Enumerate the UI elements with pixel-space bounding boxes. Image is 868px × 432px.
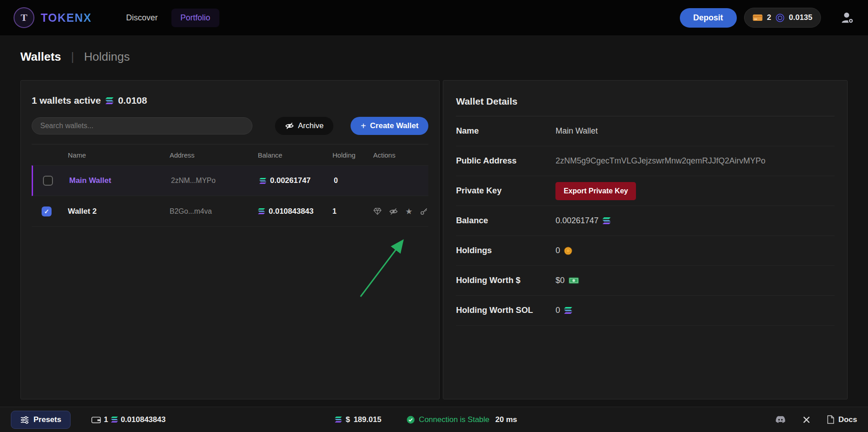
detail-row-public-address: Public Address 2zNM5g9CgecTmVLGJejzswrMn…	[456, 146, 835, 176]
connection-status: Connection is Stable 20 ms	[407, 415, 517, 424]
balance-pill[interactable]: 2 0.0135	[744, 8, 821, 28]
wallet-balance: 0.00261747	[270, 176, 311, 185]
tab-separator: |	[71, 50, 74, 64]
sol-icon	[564, 307, 572, 314]
create-wallet-button[interactable]: + Create Wallet	[351, 117, 428, 135]
top-nav: Discover Portfolio	[117, 9, 219, 27]
wallets-summary: 1 wallets active 0.0108	[32, 91, 428, 109]
latency: 20 ms	[495, 415, 517, 424]
export-private-key-button[interactable]: Export Private Key	[555, 182, 636, 200]
document-icon	[827, 415, 834, 424]
sol-icon	[259, 178, 266, 184]
deposit-button[interactable]: Deposit	[680, 8, 737, 28]
detail-row-private-key: Private Key Export Private Key	[456, 176, 835, 206]
wallet-holding: 0	[334, 177, 375, 185]
sol-icon	[105, 97, 114, 104]
detail-value-name: Main Wallet	[555, 126, 835, 136]
wallet-address: B2Go...m4va	[170, 207, 258, 216]
tab-wallets[interactable]: Wallets	[20, 50, 61, 64]
wallets-active-sol: 0.0108	[118, 95, 147, 106]
top-bar: T TOKENX Discover Portfolio Deposit 2 0.…	[0, 0, 868, 35]
brand-name: TOKENX	[41, 11, 92, 24]
detail-row-holding-worth-usd: Holding Worth $ $0	[456, 266, 835, 296]
sol-icon	[258, 208, 265, 214]
presets-sliders-icon	[20, 416, 29, 424]
page-tabs: Wallets | Holdings	[20, 50, 848, 64]
nav-portfolio[interactable]: Portfolio	[171, 9, 219, 27]
detail-value-worth-sol: 0	[555, 306, 560, 315]
sol-icon	[335, 417, 342, 422]
sol-price: $ 189.015	[335, 415, 381, 424]
detail-row-holdings: Holdings 0	[456, 236, 835, 266]
presets-button[interactable]: Presets	[11, 411, 71, 429]
wallet-checkbox[interactable]: ✓	[42, 206, 52, 216]
search-wallets-input[interactable]	[32, 117, 252, 134]
col-actions: Actions	[373, 151, 428, 159]
wallet-address: 2zNM...MYPo	[171, 177, 259, 185]
brand-logo[interactable]: T	[14, 7, 34, 28]
footer-links: Docs	[775, 415, 857, 424]
presets-label: Presets	[33, 415, 61, 424]
detail-value-worth-usd: $0	[555, 276, 564, 285]
col-name: Name	[68, 151, 170, 159]
card-icon	[753, 14, 763, 21]
x-twitter-icon[interactable]	[803, 416, 810, 423]
portfolio-page: Wallets | Holdings 1 wallets active 0.01…	[0, 50, 868, 399]
wallet-name: Wallet 2	[68, 207, 170, 216]
export-key-icon[interactable]	[420, 207, 428, 216]
wallets-panel: 1 wallets active 0.0108 Archive	[20, 80, 440, 399]
price-value: 189.015	[354, 415, 381, 424]
status-bar: Presets 1 0.010843843 $ 189.015 Connecti…	[0, 407, 868, 432]
account-settings-icon[interactable]	[840, 11, 854, 24]
detail-row-name: Name Main Wallet	[456, 116, 835, 146]
wallet-details-panel: Wallet Details Name Main Wallet Public A…	[443, 80, 848, 399]
discord-icon[interactable]	[775, 416, 786, 424]
wallets-active-count: 1 wallets active	[32, 95, 101, 106]
gem-icon[interactable]	[373, 207, 382, 216]
tab-holdings[interactable]: Holdings	[84, 50, 130, 64]
detail-row-balance: Balance 0.00261747	[456, 206, 835, 236]
detail-label: Holdings	[456, 245, 555, 256]
col-address: Address	[170, 151, 258, 159]
wallet-holding: 1	[332, 207, 373, 216]
wallets-controls: Archive + Create Wallet	[32, 117, 428, 135]
panels: 1 wallets active 0.0108 Archive	[20, 80, 848, 399]
wallet-row-wallet-2[interactable]: ✓ Wallet 2 B2Go...m4va 0.010843843 1	[32, 196, 428, 227]
price-currency: $	[346, 415, 350, 424]
col-balance: Balance	[258, 151, 332, 159]
money-icon	[569, 277, 579, 284]
detail-label: Holding Worth $	[456, 275, 555, 286]
wallet-checkbox[interactable]	[43, 176, 53, 186]
create-wallet-label: Create Wallet	[370, 121, 418, 130]
favorite-star-icon[interactable]: ★	[405, 207, 413, 216]
wallet-icon	[91, 416, 101, 424]
hide-wallet-eye-off-icon[interactable]	[389, 207, 398, 216]
detail-label: Private Key	[456, 185, 555, 197]
footer-wallet-sol: 0.010843843	[121, 415, 166, 424]
sol-icon	[111, 417, 118, 422]
footer-wallet-stat: 1 0.010843843	[91, 415, 166, 424]
sol-icon	[602, 217, 611, 224]
wallet-row-main-wallet[interactable]: Main Wallet 2zNM...MYPo 0.00261747 0	[32, 165, 428, 196]
nav-discover[interactable]: Discover	[117, 9, 167, 27]
archive-label: Archive	[298, 121, 324, 130]
coin-icon	[564, 247, 572, 255]
token-coin-icon	[776, 14, 784, 22]
plus-icon: +	[360, 121, 366, 130]
pill-sol-amount: 0.0135	[789, 13, 812, 22]
detail-value-holdings: 0	[555, 246, 560, 255]
detail-label: Name	[456, 125, 555, 137]
col-holding: Holding	[332, 151, 373, 159]
archive-button[interactable]: Archive	[275, 117, 334, 135]
detail-value-balance: 0.00261747	[555, 216, 598, 226]
footer-wallet-count: 1	[104, 415, 108, 424]
check-circle-icon	[407, 416, 415, 424]
details-title: Wallet Details	[456, 91, 835, 116]
top-bar-right: Deposit 2 0.0135	[680, 8, 854, 28]
detail-row-holding-worth-sol: Holding Worth SOL 0	[456, 296, 835, 326]
detail-label: Balance	[456, 215, 555, 226]
eye-off-icon	[285, 121, 294, 130]
docs-link[interactable]: Docs	[827, 415, 857, 424]
detail-label: Public Address	[456, 155, 555, 167]
brand: T TOKENX	[14, 7, 92, 28]
